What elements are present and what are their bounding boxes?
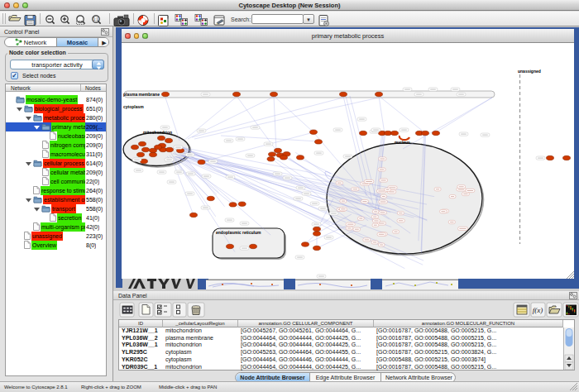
svg-text:f(x): f(x): [533, 306, 543, 314]
svg-text:cytoplasm: cytoplasm: [123, 104, 144, 109]
svg-text:plasma membrane: plasma membrane: [123, 92, 160, 97]
svg-text:1:1: 1:1: [93, 17, 99, 22]
svg-text:endoplasmic reticulum: endoplasmic reticulum: [216, 230, 261, 235]
svg-text:mitochondrion: mitochondrion: [143, 130, 172, 135]
svg-text:unassigned: unassigned: [518, 69, 541, 74]
